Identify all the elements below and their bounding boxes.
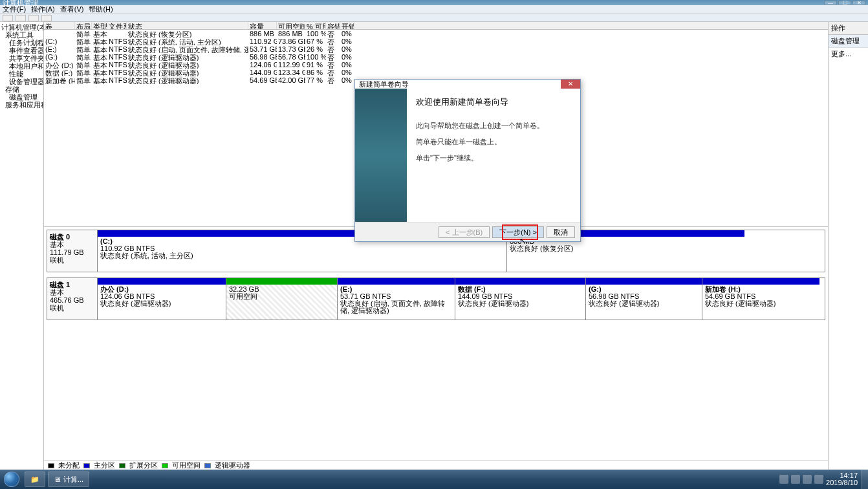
volume-row[interactable]: (G:)简单基本NTFS状态良好 (逻辑驱动器)56.98 GB56.78 GB… [44, 53, 828, 61]
compmgmt-icon: 🖥 [54, 475, 61, 483]
menu-file[interactable]: 文件(F) [3, 5, 26, 14]
col-status[interactable]: 状态 [127, 22, 248, 29]
disk-partition[interactable]: 数据 (F:)144.09 GB NTFS状态良好 (逻辑驱动器) [455, 278, 585, 320]
disk-map[interactable]: 磁盘 0基本111.79 GB联机(C:)110.92 GB NTFS状态良好 … [44, 226, 828, 461]
partition-bar [702, 278, 819, 285]
legend-swatch-logical [204, 463, 211, 468]
col-percent[interactable]: % 可用 [305, 22, 326, 29]
toolbar-refresh-icon[interactable] [28, 15, 39, 21]
window-titlebar[interactable]: 计算机管理 — ☐ ✕ [0, 0, 868, 5]
disk-info: 磁盘 1基本465.76 GB联机 [47, 278, 98, 320]
partition-bar [98, 278, 226, 285]
volume-list[interactable]: 简单基本状态良好 (恢复分区)886 MB886 MB100 %否0%(C:)简… [44, 30, 828, 84]
col-fault[interactable]: 容错 [326, 22, 340, 29]
navigation-tree[interactable]: 计算机管理(本系统工具任务计划程事件查看器共享文件夹本地用户和性能设备管理器存储… [0, 22, 44, 470]
volume-row[interactable]: (E:)简单基本NTFS状态良好 (启动, 页面文件, 故障转储, 逻辑驱动器)… [44, 45, 828, 53]
tray-clock[interactable]: 14:17 2019/8/10 [826, 472, 858, 486]
tree-item[interactable]: 系统工具 [0, 31, 43, 39]
col-volume[interactable]: 卷 [44, 22, 75, 29]
col-type[interactable]: 类型 [92, 22, 107, 29]
start-button[interactable] [0, 470, 23, 489]
tray-flag-icon[interactable] [791, 475, 800, 484]
wizard-text-1: 此向导帮助您在磁盘上创建一个简单卷。 [416, 121, 571, 131]
wizard-text-3: 单击"下一步"继续。 [416, 153, 571, 163]
toolbar [0, 14, 868, 22]
partition-bar [226, 278, 337, 285]
folder-icon: 📁 [30, 475, 39, 484]
toolbar-back-icon[interactable] [3, 15, 13, 21]
new-simple-volume-wizard: 新建简单卷向导 ✕ 欢迎使用新建简单卷向导 此向导帮助您在磁盘上创建一个简单卷。… [354, 79, 581, 242]
col-free[interactable]: 可用空间 [277, 22, 305, 29]
menu-view[interactable]: 查看(V) [60, 5, 84, 14]
tray-network-icon[interactable] [803, 475, 812, 484]
volume-row[interactable]: 数据 (F:)简单基本NTFS状态良好 (逻辑驱动器)144.09 GB123.… [44, 69, 828, 76]
show-desktop-button[interactable] [862, 470, 868, 489]
taskbar[interactable]: 📁 🖥计算... 14:17 2019/8/10 [0, 470, 868, 489]
volume-row[interactable]: 办公 (D:)简单基本NTFS状态良好 (逻辑驱动器)124.06 GB112.… [44, 61, 828, 69]
legend-swatch-free [162, 463, 168, 468]
tree-item[interactable]: 服务和应用程 [0, 101, 43, 109]
toolbar-help-icon[interactable] [41, 15, 52, 21]
tray-volume-icon[interactable] [814, 475, 823, 484]
wizard-title: 新建简单卷向导 [359, 80, 409, 89]
wizard-titlebar[interactable]: 新建简单卷向导 ✕ [355, 80, 580, 89]
actions-more[interactable]: 更多... [829, 48, 868, 60]
taskbar-item-compmgmt[interactable]: 🖥计算... [48, 472, 89, 487]
col-layout[interactable]: 布局 [75, 22, 92, 29]
tree-item[interactable]: 计算机管理(本 [0, 23, 43, 31]
disk-partition[interactable]: (E:)53.71 GB NTFS状态良好 (启动, 页面文件, 故障转储, 逻… [337, 278, 455, 320]
wizard-heading: 欢迎使用新建简单卷向导 [416, 96, 571, 108]
wizard-text-2: 简单卷只能在单一磁盘上。 [416, 137, 571, 147]
disk-partition[interactable]: (G:)56.98 GB NTFS状态良好 (逻辑驱动器) [585, 278, 702, 320]
toolbar-forward-icon[interactable] [16, 15, 26, 21]
wizard-close-button[interactable]: ✕ [561, 80, 580, 89]
close-button[interactable]: ✕ [852, 1, 865, 5]
disk-row[interactable]: 磁盘 1基本465.76 GB联机办公 (D:)124.06 GB NTFS状态… [47, 277, 825, 320]
wizard-next-button[interactable]: 下一步(N) > [492, 226, 544, 238]
maximize-button[interactable]: ☐ [838, 1, 851, 5]
menu-action[interactable]: 操作(A) [31, 5, 55, 14]
actions-pane: 操作 磁盘管理 更多... [828, 22, 868, 470]
disk-partition[interactable]: 32.23 GB可用空间 [226, 278, 337, 320]
actions-section[interactable]: 磁盘管理 [829, 35, 868, 48]
tree-item[interactable]: 共享文件夹 [0, 54, 43, 62]
minimize-button[interactable]: — [824, 1, 837, 5]
legend-swatch-primary [83, 463, 90, 468]
legend: 未分配 主分区 扩展分区 可用空间 逻辑驱动器 [44, 461, 828, 470]
col-filesystem[interactable]: 文件系统 [107, 22, 127, 29]
actions-header: 操作 [829, 22, 868, 35]
disk-partition[interactable]: 办公 (D:)124.06 GB NTFS状态良好 (逻辑驱动器) [98, 278, 226, 320]
tree-item[interactable]: 任务计划程 [0, 39, 43, 47]
partition-bar [338, 278, 455, 285]
tree-item[interactable]: 存储 [0, 85, 43, 93]
system-tray[interactable]: 14:17 2019/8/10 [776, 472, 862, 486]
volume-list-header: 卷 布局 类型 文件系统 状态 容量 可用空间 % 可用 容错 开销 [44, 22, 828, 30]
legend-swatch-unalloc [48, 463, 54, 468]
col-overhead[interactable]: 开销 [340, 22, 354, 29]
volume-row[interactable]: (C:)简单基本NTFS状态良好 (系统, 活动, 主分区)110.92 GB7… [44, 38, 828, 45]
menu-help[interactable]: 帮助(H) [89, 5, 113, 14]
col-capacity[interactable]: 容量 [248, 22, 277, 29]
tree-item[interactable]: 磁盘管理 [0, 93, 43, 101]
tree-item[interactable]: 性能 [0, 70, 43, 78]
tray-icon[interactable] [779, 475, 788, 484]
windows-orb-icon [4, 472, 19, 487]
disk-partition[interactable]: 新加卷 (H:)54.69 GB NTFS状态良好 (逻辑驱动器) [702, 278, 819, 320]
partition-bar [455, 278, 585, 285]
taskbar-item-explorer[interactable]: 📁 [25, 472, 45, 487]
legend-swatch-ext [119, 463, 125, 468]
wizard-back-button: < 上一步(B) [439, 226, 490, 238]
tree-item[interactable]: 事件查看器 [0, 47, 43, 54]
menubar: 文件(F) 操作(A) 查看(V) 帮助(H) [0, 5, 868, 14]
volume-row[interactable]: 简单基本状态良好 (恢复分区)886 MB886 MB100 %否0% [44, 30, 828, 38]
tree-item[interactable]: 本地用户和 [0, 62, 43, 70]
tree-item[interactable]: 设备管理器 [0, 78, 43, 85]
wizard-sidebar-graphic [355, 89, 407, 222]
wizard-cancel-button[interactable]: 取消 [547, 226, 575, 238]
disk-info: 磁盘 0基本111.79 GB联机 [47, 230, 98, 272]
partition-bar [586, 278, 702, 285]
